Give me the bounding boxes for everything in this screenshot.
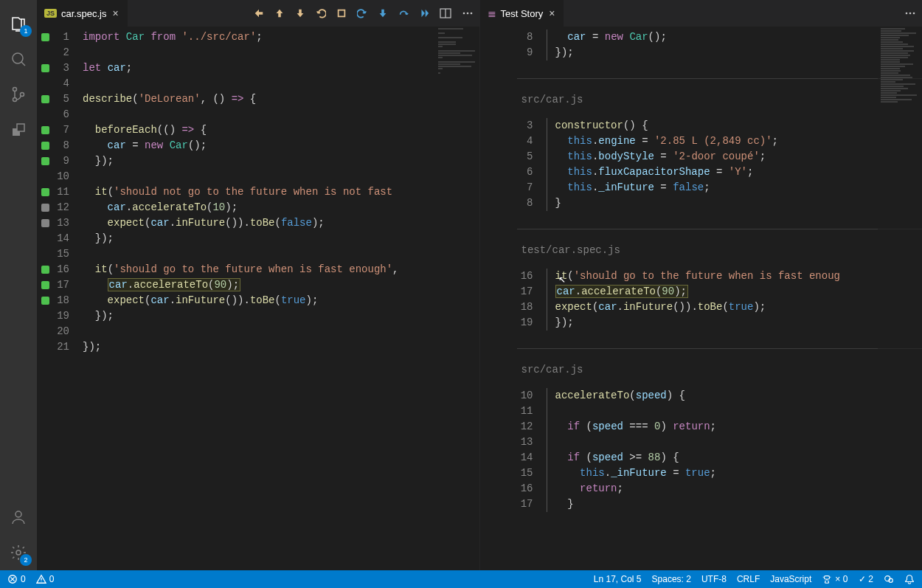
coverage-marker[interactable]: [41, 142, 49, 150]
status-encoding[interactable]: UTF-8: [701, 574, 727, 584]
redo-icon[interactable]: [357, 8, 367, 18]
tab-label: car.spec.js: [61, 8, 106, 19]
code-line[interactable]: [83, 324, 479, 339]
story-row[interactable]: 8}: [517, 196, 923, 211]
settings-icon[interactable]: 2: [1, 535, 36, 570]
tab-car-spec[interactable]: JS car.spec.js ×: [37, 0, 128, 27]
step-into-icon[interactable]: [378, 8, 388, 18]
code-line[interactable]: [83, 45, 479, 60]
close-icon[interactable]: ×: [547, 7, 556, 19]
code-line[interactable]: });: [83, 339, 479, 355]
status-warnings[interactable]: 0: [36, 574, 55, 584]
explorer-icon[interactable]: 1: [1, 6, 36, 41]
story-row[interactable]: 16 return;: [517, 481, 923, 497]
story-row[interactable]: 15 this._inFuture = true;: [517, 466, 923, 481]
svg-point-18: [885, 576, 890, 581]
test-story-icon[interactable]: [1, 112, 36, 148]
svg-point-10: [462, 13, 465, 15]
coverage-marker[interactable]: [41, 33, 49, 41]
coverage-marker[interactable]: [41, 188, 49, 196]
code-line[interactable]: [83, 246, 479, 262]
arrow-down-icon[interactable]: [295, 8, 305, 18]
story-row[interactable]: 5 this.bodyStyle = '2-door coupé';: [517, 149, 923, 165]
svg-point-1: [13, 88, 17, 91]
code-line[interactable]: car.accelerateTo(10);: [83, 200, 479, 215]
status-position[interactable]: Ln 17, Col 5: [594, 574, 642, 584]
coverage-marker[interactable]: [41, 95, 49, 103]
status-language[interactable]: JavaScript: [770, 574, 811, 584]
tab-test-story[interactable]: ≣ Test Story ×: [480, 0, 565, 27]
svg-rect-5: [17, 124, 24, 131]
more-icon[interactable]: [904, 7, 916, 19]
code-line[interactable]: });: [83, 231, 479, 246]
coverage-marker[interactable]: [41, 266, 49, 274]
code-line[interactable]: beforeEach(() => {: [83, 122, 479, 138]
editor-right: ≣ Test Story × ↖ 8 car = new Car();9});s…: [480, 0, 923, 570]
search-icon[interactable]: [1, 41, 36, 77]
status-tests[interactable]: × 0 ✓ 2: [822, 574, 873, 584]
step-over-icon[interactable]: [398, 8, 409, 18]
coverage-marker[interactable]: [41, 204, 49, 212]
code-line[interactable]: [83, 107, 479, 122]
minimap-right[interactable]: [878, 27, 922, 570]
story-row[interactable]: 19});: [517, 315, 923, 331]
story-row[interactable]: 14 if (speed >= 88) {: [517, 450, 923, 466]
code-line[interactable]: it('should go to the future when is fast…: [83, 262, 479, 277]
coverage-marker[interactable]: [41, 297, 49, 305]
story-row[interactable]: 11: [517, 404, 923, 419]
split-editor-icon[interactable]: [440, 7, 451, 19]
story-row[interactable]: 4 this.engine = '2.85 L (2,849 cc)';: [517, 134, 923, 149]
story-file-header: test/car.spec.js: [517, 243, 923, 258]
coverage-marker[interactable]: [41, 219, 49, 227]
code-line[interactable]: [83, 76, 479, 91]
code-line[interactable]: it('should not go to the future when is …: [83, 184, 479, 200]
story-row[interactable]: 9});: [517, 45, 923, 60]
code-line[interactable]: car = new Car();: [83, 138, 479, 153]
code-line[interactable]: car.accelerateTo(90);: [83, 277, 479, 293]
arrow-up-icon[interactable]: [274, 8, 285, 18]
code-line[interactable]: expect(car.inFuture()).toBe(true);: [83, 293, 479, 308]
coverage-marker[interactable]: [41, 64, 49, 72]
story-row[interactable]: 13: [517, 435, 923, 450]
svg-point-15: [913, 13, 915, 15]
editor-left: JS car.spec.js ×: [37, 0, 480, 570]
status-errors[interactable]: 0: [7, 574, 26, 584]
code-line[interactable]: import Car from '../src/car';: [83, 30, 479, 45]
status-eol[interactable]: CRLF: [737, 574, 760, 584]
code-line[interactable]: [83, 169, 479, 184]
continue-icon[interactable]: [419, 8, 429, 18]
source-control-icon[interactable]: [1, 77, 36, 112]
undo-icon[interactable]: [316, 8, 326, 18]
coverage-marker[interactable]: [41, 126, 49, 134]
story-row[interactable]: 3constructor() {: [517, 118, 923, 134]
story-row[interactable]: 7 this._inFuture = false;: [517, 180, 923, 196]
story-row[interactable]: 17car.accelerateTo(90);: [517, 284, 923, 300]
story-row[interactable]: 6 this.fluxCapacitorShape = 'Y';: [517, 165, 923, 180]
code-line[interactable]: });: [83, 153, 479, 169]
explorer-badge: 1: [20, 25, 32, 37]
coverage-marker[interactable]: [41, 157, 49, 165]
status-feedback-icon[interactable]: [884, 574, 894, 584]
code-line[interactable]: describe('DeLorean', () => {: [83, 91, 479, 107]
code-line[interactable]: let car;: [83, 60, 479, 76]
story-row[interactable]: 16it('should go to the future when is fa…: [517, 269, 923, 284]
story-row[interactable]: 10accelerateTo(speed) {: [517, 388, 923, 404]
code-line[interactable]: expect(car.inFuture()).toBe(false);: [83, 215, 479, 231]
story-row[interactable]: 12 if (speed === 0) return;: [517, 419, 923, 435]
story-row[interactable]: 8 car = new Car();: [517, 30, 923, 45]
stop-icon[interactable]: [336, 8, 347, 18]
coverage-marker[interactable]: [41, 281, 49, 289]
story-row[interactable]: 18expect(car.inFuture()).toBe(true);: [517, 300, 923, 315]
minimap-left[interactable]: [435, 27, 479, 570]
status-spaces[interactable]: Spaces: 2: [652, 574, 691, 584]
editor-body-left[interactable]: 123456789101112131415161718192021 import…: [37, 27, 479, 570]
main-area: 1 2 JS car.spec.js ×: [0, 0, 922, 570]
account-icon[interactable]: [1, 499, 36, 535]
status-bell-icon[interactable]: [904, 574, 915, 584]
story-row[interactable]: 17 }: [517, 497, 923, 512]
more-icon[interactable]: [462, 7, 474, 19]
step-back-icon[interactable]: [254, 8, 264, 18]
close-icon[interactable]: ×: [111, 7, 119, 19]
story-body[interactable]: ↖ 8 car = new Car();9});src/car.js3const…: [480, 27, 923, 570]
code-line[interactable]: });: [83, 308, 479, 324]
